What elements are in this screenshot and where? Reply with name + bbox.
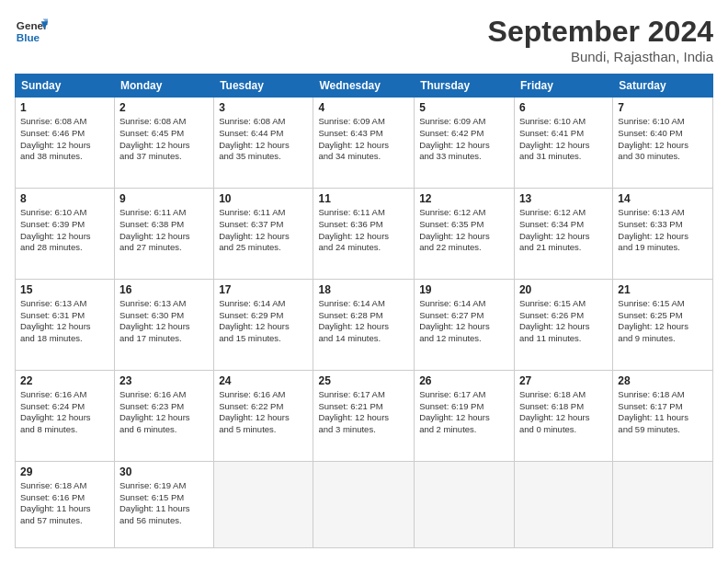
day-number: 15 bbox=[20, 283, 109, 296]
day-info: Sunrise: 6:17 AMSunset: 6:19 PMDaylight:… bbox=[419, 389, 509, 436]
day-number: 2 bbox=[119, 101, 209, 114]
day-cell: 6Sunrise: 6:10 AMSunset: 6:41 PMDaylight… bbox=[514, 98, 612, 189]
day-info: Sunrise: 6:11 AMSunset: 6:36 PMDaylight:… bbox=[318, 207, 409, 254]
day-number: 30 bbox=[119, 465, 209, 478]
day-cell: 24Sunrise: 6:16 AMSunset: 6:22 PMDayligh… bbox=[214, 370, 313, 461]
day-info: Sunrise: 6:14 AMSunset: 6:27 PMDaylight:… bbox=[419, 298, 509, 345]
day-info: Sunrise: 6:17 AMSunset: 6:21 PMDaylight:… bbox=[318, 389, 409, 436]
day-number: 21 bbox=[618, 283, 708, 296]
day-cell: 29Sunrise: 6:18 AMSunset: 6:16 PMDayligh… bbox=[16, 461, 115, 547]
day-number: 28 bbox=[618, 374, 708, 387]
day-cell: 13Sunrise: 6:12 AMSunset: 6:34 PMDayligh… bbox=[514, 188, 612, 279]
day-number: 22 bbox=[20, 374, 109, 387]
day-number: 18 bbox=[318, 283, 409, 296]
day-cell: 26Sunrise: 6:17 AMSunset: 6:19 PMDayligh… bbox=[415, 370, 515, 461]
day-cell: 30Sunrise: 6:19 AMSunset: 6:15 PMDayligh… bbox=[115, 461, 214, 547]
calendar-page: General Blue September 2024 Bundi, Rajas… bbox=[0, 0, 728, 563]
day-number: 29 bbox=[20, 465, 109, 478]
day-cell: 21Sunrise: 6:15 AMSunset: 6:25 PMDayligh… bbox=[613, 279, 713, 370]
day-number: 9 bbox=[119, 192, 209, 205]
day-cell: 25Sunrise: 6:17 AMSunset: 6:21 PMDayligh… bbox=[313, 370, 415, 461]
day-number: 1 bbox=[20, 101, 109, 114]
day-info: Sunrise: 6:13 AMSunset: 6:30 PMDaylight:… bbox=[119, 298, 209, 345]
day-cell: 11Sunrise: 6:11 AMSunset: 6:36 PMDayligh… bbox=[313, 188, 415, 279]
day-info: Sunrise: 6:18 AMSunset: 6:17 PMDaylight:… bbox=[618, 389, 708, 436]
day-number: 13 bbox=[519, 192, 608, 205]
day-info: Sunrise: 6:08 AMSunset: 6:45 PMDaylight:… bbox=[119, 116, 209, 163]
week-row: 15Sunrise: 6:13 AMSunset: 6:31 PMDayligh… bbox=[16, 279, 713, 370]
day-info: Sunrise: 6:16 AMSunset: 6:24 PMDaylight:… bbox=[20, 389, 109, 436]
logo: General Blue bbox=[15, 15, 48, 48]
day-number: 27 bbox=[519, 374, 608, 387]
day-cell: 17Sunrise: 6:14 AMSunset: 6:29 PMDayligh… bbox=[214, 279, 313, 370]
day-number: 17 bbox=[219, 283, 308, 296]
day-info: Sunrise: 6:13 AMSunset: 6:31 PMDaylight:… bbox=[20, 298, 109, 345]
day-cell: 23Sunrise: 6:16 AMSunset: 6:23 PMDayligh… bbox=[115, 370, 214, 461]
day-cell: 9Sunrise: 6:11 AMSunset: 6:38 PMDaylight… bbox=[115, 188, 214, 279]
day-number: 5 bbox=[419, 101, 509, 114]
svg-text:Blue: Blue bbox=[17, 31, 40, 43]
calendar-table: Sunday Monday Tuesday Wednesday Thursday… bbox=[15, 74, 713, 548]
day-cell: 10Sunrise: 6:11 AMSunset: 6:37 PMDayligh… bbox=[214, 188, 313, 279]
day-number: 10 bbox=[219, 192, 308, 205]
day-cell: 18Sunrise: 6:14 AMSunset: 6:28 PMDayligh… bbox=[313, 279, 415, 370]
day-number: 26 bbox=[419, 374, 509, 387]
day-number: 4 bbox=[318, 101, 409, 114]
day-cell bbox=[313, 461, 415, 547]
day-cell: 12Sunrise: 6:12 AMSunset: 6:35 PMDayligh… bbox=[415, 188, 515, 279]
day-cell: 15Sunrise: 6:13 AMSunset: 6:31 PMDayligh… bbox=[16, 279, 115, 370]
day-number: 20 bbox=[519, 283, 608, 296]
day-info: Sunrise: 6:19 AMSunset: 6:15 PMDaylight:… bbox=[119, 480, 209, 527]
day-number: 3 bbox=[219, 101, 308, 114]
day-cell bbox=[514, 461, 612, 547]
title-block: September 2024 Bundi, Rajasthan, India bbox=[488, 15, 713, 64]
day-cell: 8Sunrise: 6:10 AMSunset: 6:39 PMDaylight… bbox=[16, 188, 115, 279]
month-title: September 2024 bbox=[488, 15, 713, 49]
day-number: 24 bbox=[219, 374, 308, 387]
day-cell: 14Sunrise: 6:13 AMSunset: 6:33 PMDayligh… bbox=[613, 188, 713, 279]
location-subtitle: Bundi, Rajasthan, India bbox=[488, 49, 713, 64]
day-info: Sunrise: 6:15 AMSunset: 6:25 PMDaylight:… bbox=[618, 298, 708, 345]
day-info: Sunrise: 6:08 AMSunset: 6:46 PMDaylight:… bbox=[20, 116, 109, 163]
header: General Blue September 2024 Bundi, Rajas… bbox=[15, 15, 713, 64]
day-cell: 20Sunrise: 6:15 AMSunset: 6:26 PMDayligh… bbox=[514, 279, 612, 370]
day-number: 8 bbox=[20, 192, 109, 205]
day-info: Sunrise: 6:12 AMSunset: 6:34 PMDaylight:… bbox=[519, 207, 608, 254]
day-cell bbox=[613, 461, 713, 547]
day-cell: 7Sunrise: 6:10 AMSunset: 6:40 PMDaylight… bbox=[613, 98, 713, 189]
day-cell: 22Sunrise: 6:16 AMSunset: 6:24 PMDayligh… bbox=[16, 370, 115, 461]
day-info: Sunrise: 6:11 AMSunset: 6:38 PMDaylight:… bbox=[119, 207, 209, 254]
col-saturday: Saturday bbox=[613, 75, 713, 98]
day-cell: 1Sunrise: 6:08 AMSunset: 6:46 PMDaylight… bbox=[16, 98, 115, 189]
col-monday: Monday bbox=[115, 75, 214, 98]
day-cell: 4Sunrise: 6:09 AMSunset: 6:43 PMDaylight… bbox=[313, 98, 415, 189]
day-info: Sunrise: 6:15 AMSunset: 6:26 PMDaylight:… bbox=[519, 298, 608, 345]
day-cell: 2Sunrise: 6:08 AMSunset: 6:45 PMDaylight… bbox=[115, 98, 214, 189]
day-info: Sunrise: 6:09 AMSunset: 6:42 PMDaylight:… bbox=[419, 116, 509, 163]
day-number: 11 bbox=[318, 192, 409, 205]
week-row: 29Sunrise: 6:18 AMSunset: 6:16 PMDayligh… bbox=[16, 461, 713, 547]
day-info: Sunrise: 6:16 AMSunset: 6:23 PMDaylight:… bbox=[119, 389, 209, 436]
day-number: 16 bbox=[119, 283, 209, 296]
day-info: Sunrise: 6:18 AMSunset: 6:16 PMDaylight:… bbox=[20, 480, 109, 527]
day-number: 19 bbox=[419, 283, 509, 296]
week-row: 22Sunrise: 6:16 AMSunset: 6:24 PMDayligh… bbox=[16, 370, 713, 461]
day-info: Sunrise: 6:18 AMSunset: 6:18 PMDaylight:… bbox=[519, 389, 608, 436]
day-cell: 16Sunrise: 6:13 AMSunset: 6:30 PMDayligh… bbox=[115, 279, 214, 370]
day-info: Sunrise: 6:10 AMSunset: 6:41 PMDaylight:… bbox=[519, 116, 608, 163]
day-number: 25 bbox=[318, 374, 409, 387]
day-number: 23 bbox=[119, 374, 209, 387]
day-info: Sunrise: 6:11 AMSunset: 6:37 PMDaylight:… bbox=[219, 207, 308, 254]
day-info: Sunrise: 6:12 AMSunset: 6:35 PMDaylight:… bbox=[419, 207, 509, 254]
day-info: Sunrise: 6:10 AMSunset: 6:39 PMDaylight:… bbox=[20, 207, 109, 254]
day-cell bbox=[214, 461, 313, 547]
col-friday: Friday bbox=[514, 75, 612, 98]
week-row: 8Sunrise: 6:10 AMSunset: 6:39 PMDaylight… bbox=[16, 188, 713, 279]
day-cell: 3Sunrise: 6:08 AMSunset: 6:44 PMDaylight… bbox=[214, 98, 313, 189]
day-info: Sunrise: 6:13 AMSunset: 6:33 PMDaylight:… bbox=[618, 207, 708, 254]
day-cell: 19Sunrise: 6:14 AMSunset: 6:27 PMDayligh… bbox=[415, 279, 515, 370]
day-cell bbox=[415, 461, 515, 547]
col-tuesday: Tuesday bbox=[214, 75, 313, 98]
day-cell: 27Sunrise: 6:18 AMSunset: 6:18 PMDayligh… bbox=[514, 370, 612, 461]
day-info: Sunrise: 6:10 AMSunset: 6:40 PMDaylight:… bbox=[618, 116, 708, 163]
